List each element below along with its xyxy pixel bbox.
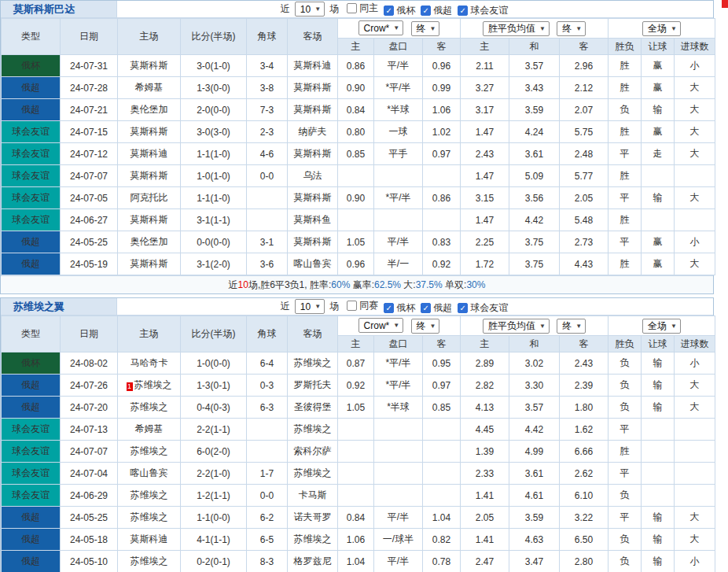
home-team[interactable]: 希姆基 bbox=[118, 77, 181, 99]
away-team[interactable]: 莫斯科斯 bbox=[288, 231, 338, 253]
dropdown-arrow-icon: ▼ bbox=[393, 322, 399, 329]
checkbox-unchecked-icon[interactable] bbox=[347, 301, 357, 311]
away-team[interactable]: 莫斯科鱼 bbox=[288, 209, 338, 231]
goals-result: 大 bbox=[675, 253, 715, 275]
scrollbar-top-marker[interactable] bbox=[722, 0, 728, 8]
asian-away-odds: 0.78 bbox=[423, 551, 461, 572]
checkbox-checked-icon[interactable]: ✓ bbox=[421, 6, 431, 16]
away-team[interactable]: 苏维埃之 bbox=[288, 463, 338, 485]
home-team[interactable]: 苏维埃之 bbox=[118, 441, 181, 463]
home-team[interactable]: 莫斯科斯 bbox=[118, 209, 181, 231]
match-row: 俄超24-07-28希姆基1-3(0-0)3-8莫斯科斯0.90*平/半0.99… bbox=[2, 77, 715, 99]
away-team[interactable]: 喀山鲁宾 bbox=[288, 253, 338, 275]
asian-away-odds: 0.95 bbox=[423, 352, 461, 375]
odds-stage-select[interactable]: 终▼ bbox=[411, 21, 440, 36]
home-team[interactable]: 苏维埃之 bbox=[118, 551, 181, 572]
match-type-badge: 俄超 bbox=[2, 253, 61, 275]
filter-checkbox[interactable]: ✓球会友谊 bbox=[458, 301, 508, 315]
asian-handicap: 平/半 bbox=[374, 507, 423, 529]
away-team[interactable]: 诺夫哥罗 bbox=[288, 507, 338, 529]
away-team[interactable]: 乌法 bbox=[288, 165, 338, 187]
goals-result bbox=[675, 441, 715, 463]
home-team[interactable]: 莫斯科迪 bbox=[118, 143, 181, 165]
away-team[interactable]: 格罗兹尼 bbox=[288, 551, 338, 572]
home-team[interactable]: 莫斯科斯 bbox=[118, 253, 181, 275]
filter-checkbox[interactable]: ✓俄超 bbox=[421, 301, 452, 315]
away-team[interactable]: 圣彼得堡 bbox=[288, 397, 338, 419]
home-team[interactable]: 奥伦堡加 bbox=[118, 231, 181, 253]
filter-checkbox-label: 球会友谊 bbox=[470, 4, 508, 17]
home-team[interactable]: 奥伦堡加 bbox=[118, 99, 181, 121]
handicap-result: 走 bbox=[642, 143, 675, 165]
home-team[interactable]: 喀山鲁宾 bbox=[118, 463, 181, 485]
away-team[interactable]: 莫斯科迪 bbox=[288, 55, 338, 77]
home-team[interactable]: 苏维埃之 bbox=[118, 507, 181, 529]
home-team[interactable]: 莫斯科斯 bbox=[118, 165, 181, 187]
euro-odds-select[interactable]: 胜平负均值▼ bbox=[483, 21, 550, 36]
scope-select[interactable]: 全场▼ bbox=[642, 319, 681, 334]
home-team[interactable]: 莫斯科斯 bbox=[118, 55, 181, 77]
match-type-badge: 球会友谊 bbox=[2, 209, 61, 231]
asian-away-odds: 0.97 bbox=[423, 375, 461, 397]
match-count-select[interactable]: 10▼ bbox=[295, 2, 325, 17]
euro-odds-select[interactable]: 胜平负均值▼ bbox=[483, 319, 550, 334]
filter-checkbox[interactable]: ✓球会友谊 bbox=[458, 4, 508, 17]
match-date: 24-08-02 bbox=[61, 352, 118, 375]
checkbox-checked-icon[interactable]: ✓ bbox=[458, 303, 468, 313]
euro-home-odds: 1.47 bbox=[461, 209, 509, 231]
away-team[interactable]: 莫斯科斯 bbox=[288, 99, 338, 121]
filter-checkbox[interactable]: ✓俄杯 bbox=[384, 301, 415, 315]
filter-checkbox-label: 俄超 bbox=[433, 4, 452, 17]
win-loss-result: 负 bbox=[609, 397, 642, 419]
euro-home-odds: 1.41 bbox=[461, 485, 509, 507]
away-team[interactable]: 卡马斯 bbox=[288, 485, 338, 507]
home-team[interactable]: 莫斯科迪 bbox=[118, 529, 181, 551]
filter-checkbox[interactable]: ✓俄杯 bbox=[384, 4, 415, 17]
checkbox-checked-icon[interactable]: ✓ bbox=[384, 303, 394, 313]
filter-checkbox[interactable]: 同主 bbox=[347, 2, 378, 15]
away-team[interactable]: 苏维埃之 bbox=[288, 419, 338, 441]
bookmaker-select[interactable]: Crow*▼ bbox=[358, 318, 404, 333]
checkbox-checked-icon[interactable]: ✓ bbox=[384, 6, 394, 16]
asian-handicap: *平/半 bbox=[374, 77, 423, 99]
euro-home-odds: 4.45 bbox=[461, 419, 509, 441]
home-team[interactable]: 希姆基 bbox=[118, 419, 181, 441]
asian-home-odds bbox=[338, 485, 374, 507]
checkbox-checked-icon[interactable]: ✓ bbox=[421, 303, 431, 313]
odds-stage-select[interactable]: 终▼ bbox=[411, 319, 440, 334]
checkbox-checked-icon[interactable]: ✓ bbox=[458, 6, 468, 16]
filter-checkbox[interactable]: ✓俄超 bbox=[421, 4, 452, 17]
score: 1-1(0-0) bbox=[181, 507, 247, 529]
match-count-select[interactable]: 10▼ bbox=[295, 299, 325, 314]
home-team[interactable]: 苏维埃之 bbox=[118, 397, 181, 419]
euro-draw-odds: 4.24 bbox=[509, 121, 560, 143]
home-team[interactable]: 莫斯科斯 bbox=[118, 121, 181, 143]
away-team[interactable]: 索科尔萨 bbox=[288, 441, 338, 463]
home-team[interactable]: 苏维埃之 bbox=[118, 485, 181, 507]
home-team[interactable]: 马哈奇卡 bbox=[118, 352, 181, 375]
corners: 0-0 bbox=[247, 485, 288, 507]
win-loss-result: 胜 bbox=[609, 253, 642, 275]
filter-checkbox[interactable]: 同赛 bbox=[347, 299, 378, 312]
away-team[interactable]: 莫斯科斯 bbox=[288, 187, 338, 209]
away-team[interactable]: 莫斯科斯 bbox=[288, 77, 338, 99]
home-team[interactable]: 1苏维埃之 bbox=[118, 375, 181, 397]
away-team[interactable]: 莫斯科斯 bbox=[288, 143, 338, 165]
scope-select[interactable]: 全场▼ bbox=[642, 21, 681, 36]
euro-home-odds: 1.47 bbox=[461, 121, 509, 143]
away-team[interactable]: 罗斯托夫 bbox=[288, 375, 338, 397]
win-loss-result: 平 bbox=[609, 231, 642, 253]
euro-stage-select[interactable]: 终▼ bbox=[557, 319, 586, 334]
away-team[interactable]: 苏维埃之 bbox=[288, 352, 338, 375]
bookmaker-select[interactable]: Crow*▼ bbox=[358, 20, 404, 35]
checkbox-unchecked-icon[interactable] bbox=[347, 3, 357, 13]
score: 0-4(0-3) bbox=[181, 397, 247, 419]
summary-segment: 10 bbox=[238, 279, 248, 290]
home-team[interactable]: 阿克托比 bbox=[118, 187, 181, 209]
away-team[interactable]: 纳萨夫 bbox=[288, 121, 338, 143]
euro-stage-select[interactable]: 终▼ bbox=[557, 21, 586, 36]
away-team[interactable]: 苏维埃之 bbox=[288, 529, 338, 551]
dropdown-arrow-icon: ▼ bbox=[575, 25, 582, 32]
dropdown-arrow-icon: ▼ bbox=[539, 25, 546, 32]
match-date: 24-07-15 bbox=[61, 121, 118, 143]
